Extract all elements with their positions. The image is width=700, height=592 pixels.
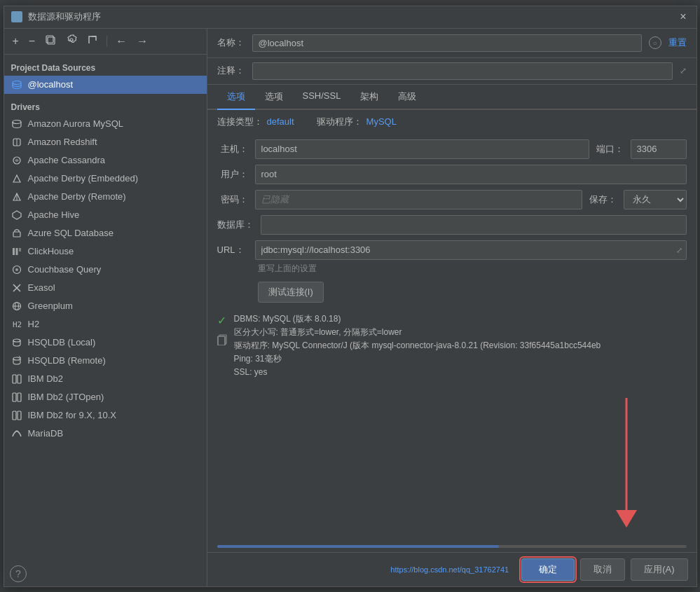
- settings-button[interactable]: [63, 33, 80, 50]
- password-input[interactable]: [255, 190, 582, 209]
- tab-schema[interactable]: 架构: [350, 85, 388, 110]
- toolbar-separator: [107, 36, 107, 47]
- svg-rect-28: [13, 375, 16, 383]
- sidebar-item-driver-7[interactable]: ClickHouse: [4, 242, 207, 261]
- tab-advanced[interactable]: 高级: [388, 85, 426, 110]
- reset-link[interactable]: 重置: [668, 36, 687, 49]
- database-label: 数据库：: [217, 219, 254, 231]
- password-label: 密码：: [217, 193, 248, 206]
- sidebar-item-driver-2[interactable]: Apache Cassandra: [4, 151, 207, 170]
- database-input[interactable]: [261, 215, 687, 235]
- back-button[interactable]: ←: [113, 34, 130, 49]
- help-button[interactable]: ?: [10, 565, 27, 582]
- help-button-wrap: ?: [10, 565, 27, 582]
- title-bar: 数据源和驱动程序 ×: [4, 6, 696, 29]
- driver-label: 驱动程序：: [317, 116, 362, 128]
- save-select[interactable]: 永久 会话 不保存: [624, 190, 687, 209]
- driver-label-15: IBM Db2 (JTOpen): [28, 392, 104, 402]
- host-input[interactable]: [255, 139, 589, 159]
- name-input[interactable]: [252, 34, 642, 52]
- url-expand-icon[interactable]: ⤢: [676, 245, 682, 254]
- close-button[interactable]: ×: [677, 11, 689, 23]
- svg-rect-13: [13, 232, 20, 237]
- status-text: DBMS: MySQL (版本 8.0.18) 区分大小写: 普通形式=lowe…: [234, 312, 687, 537]
- name-label: 名称：: [217, 36, 245, 49]
- dialog-title: 数据源和驱动程序: [28, 11, 678, 23]
- sidebar-item-driver-6[interactable]: Azure SQL Database: [4, 224, 207, 242]
- url-label: URL：: [217, 244, 248, 256]
- conn-type-value[interactable]: default: [267, 116, 294, 127]
- expand-icon[interactable]: ⤢: [680, 66, 687, 76]
- driver-label-0: Amazon Aurora MySQL: [28, 118, 124, 129]
- status-ping: Ping: 31毫秒: [234, 352, 687, 366]
- forward-button[interactable]: →: [134, 34, 151, 49]
- svg-point-25: [13, 339, 20, 342]
- sidebar-item-localhost[interactable]: @localhost: [4, 76, 207, 94]
- bottom-link[interactable]: https://blog.csdn.net/qq_31762741: [390, 565, 509, 574]
- sidebar-item-driver-4[interactable]: Apache Derby (Remote): [4, 188, 207, 206]
- sidebar-item-driver-12[interactable]: HSQLDB (Local): [4, 333, 207, 352]
- sidebar-item-driver-0[interactable]: Amazon Aurora MySQL: [4, 115, 207, 133]
- svg-point-6: [13, 81, 21, 84]
- sidebar-item-driver-3[interactable]: Apache Derby (Embedded): [4, 170, 207, 188]
- driver-value[interactable]: MySQL: [366, 116, 397, 127]
- port-label: 端口：: [596, 143, 624, 156]
- sidebar-item-driver-9[interactable]: Exasol: [4, 279, 207, 297]
- export-button[interactable]: [84, 33, 101, 50]
- tab-ssh-ssl[interactable]: SSH/SSL: [293, 85, 351, 110]
- user-input[interactable]: [255, 165, 687, 184]
- add-button[interactable]: +: [10, 34, 22, 49]
- svg-rect-32: [13, 411, 16, 420]
- sidebar-item-driver-13[interactable]: HSQLDB (Remote): [4, 352, 207, 370]
- sidebar-item-driver-16[interactable]: IBM Db2 for 9.X, 10.X: [4, 406, 207, 425]
- bottom-bar: https://blog.csdn.net/qq_31762741 确定 取消 …: [207, 552, 696, 586]
- driver-label-16: IBM Db2 for 9.X, 10.X: [28, 410, 116, 420]
- save-label: 保存：: [589, 193, 617, 206]
- sidebar-item-driver-17[interactable]: MariaDB: [4, 425, 207, 443]
- driver-icon-13: [11, 355, 22, 366]
- ok-button[interactable]: 确定: [521, 558, 575, 581]
- driver-label-8: Couchbase Query: [28, 264, 102, 275]
- svg-rect-0: [13, 13, 16, 16]
- svg-marker-12: [13, 211, 21, 219]
- svg-rect-35: [218, 336, 225, 345]
- driver-label-14: IBM Db2: [28, 373, 64, 384]
- tab-option1[interactable]: 选项: [217, 85, 255, 110]
- svg-rect-16: [19, 248, 21, 252]
- progress-bar: [217, 545, 687, 548]
- host-port-row: 主机： 端口：: [217, 139, 687, 159]
- driver-icon-11: H2: [11, 319, 22, 330]
- copy-button[interactable]: [42, 33, 59, 50]
- port-input[interactable]: [631, 139, 687, 159]
- sidebar: + −: [4, 29, 207, 586]
- svg-point-18: [15, 268, 18, 271]
- check-icon: ✓: [217, 314, 226, 327]
- sidebar-item-driver-10[interactable]: Greenplum: [4, 297, 207, 315]
- test-connection-button[interactable]: 测试连接(I): [258, 282, 324, 303]
- svg-rect-29: [18, 375, 21, 383]
- sidebar-item-driver-15[interactable]: IBM Db2 (JTOpen): [4, 388, 207, 406]
- driver-icon-10: [11, 301, 22, 312]
- cancel-button[interactable]: 取消: [580, 558, 625, 581]
- remove-button[interactable]: −: [26, 34, 38, 49]
- sidebar-item-driver-8[interactable]: Couchbase Query: [4, 261, 207, 279]
- drivers-section: Drivers Amazon Aurora MySQL Amazon Redsh…: [4, 97, 207, 586]
- driver-label-4: Apache Derby (Remote): [28, 191, 126, 202]
- sidebar-item-driver-11[interactable]: H2 H2: [4, 315, 207, 333]
- user-row: 用户：: [217, 165, 687, 184]
- copy-doc-icon[interactable]: [217, 334, 227, 347]
- name-circle-btn[interactable]: ○: [649, 36, 661, 49]
- driver-label-3: Apache Derby (Embedded): [28, 173, 139, 184]
- url-input-wrap: ⤢: [255, 240, 687, 260]
- sidebar-item-driver-5[interactable]: Apache Hive: [4, 206, 207, 224]
- sidebar-item-driver-14[interactable]: IBM Db2: [4, 370, 207, 388]
- tab-option2[interactable]: 选项: [255, 85, 293, 110]
- svg-point-7: [13, 120, 21, 123]
- comment-input[interactable]: [252, 62, 673, 80]
- sidebar-item-driver-1[interactable]: Amazon Redshift: [4, 133, 207, 151]
- progress-fill: [217, 545, 499, 548]
- apply-button[interactable]: 应用(A): [631, 558, 687, 581]
- driver-icon-17: [11, 428, 22, 439]
- form-section: 主机： 端口： 用户： 密码： 保存： 永久 会话: [207, 134, 696, 240]
- url-input[interactable]: [255, 240, 687, 260]
